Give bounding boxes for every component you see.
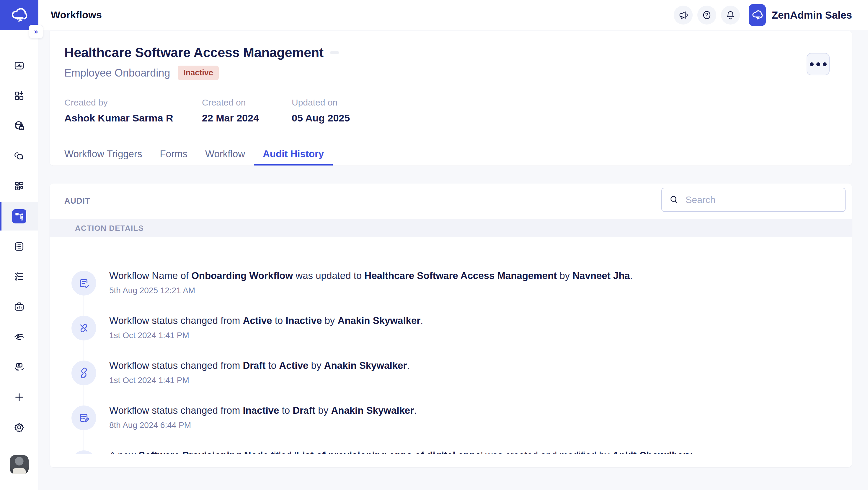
search-box[interactable] [661, 188, 845, 212]
meta-label: Created by [64, 97, 202, 108]
audit-entry-message: Workflow Name of Onboarding Workflow was… [109, 269, 852, 282]
money-transfer-icon [14, 362, 25, 372]
audit-entry: Workflow status changed from Active to I… [50, 314, 852, 359]
account-name[interactable]: ZenAdmin Sales [772, 9, 852, 21]
main-content: Healthcare Software Access Management Em… [38, 30, 868, 490]
meta-label: Created on [202, 97, 292, 108]
org-logo[interactable] [749, 4, 766, 26]
add-icon [14, 392, 25, 403]
audit-entry-message: Workflow status changed from Active to I… [109, 314, 852, 327]
workflows-active-chip [12, 209, 26, 224]
widgets-add-icon [14, 181, 25, 192]
sidebar-avatar-item[interactable] [0, 458, 38, 472]
sidebar-items [0, 30, 38, 488]
link-icon [71, 361, 96, 385]
apps-add-icon [14, 90, 25, 101]
sidebar: » [0, 0, 38, 490]
audit-entry: Workflow status changed from Draft to Ac… [50, 359, 852, 404]
workflow-subtitle: Employee Onboarding [64, 67, 170, 79]
note-check-icon [71, 451, 96, 454]
audit-entry-timestamp: 5th Aug 2025 12:21 AM [109, 286, 852, 295]
audit-entry-timestamp: 1st Oct 2024 1:41 PM [109, 376, 852, 385]
announcements-icon [678, 10, 688, 20]
announcements-button[interactable] [674, 6, 693, 25]
tab-workflow[interactable]: Workflow [196, 144, 254, 166]
sidebar-item-add[interactable] [0, 390, 38, 404]
briefcase-chart-icon [14, 301, 25, 312]
audit-card: AUDIT ACTION DETAILS Workflow Name of On… [50, 183, 852, 467]
note-edit-icon [71, 405, 96, 430]
audit-entry-message: Workflow status changed from Draft to Ac… [109, 359, 852, 372]
sidebar-item-payroll[interactable] [0, 360, 38, 374]
checklist-icon [14, 271, 25, 282]
handshake-icon [14, 332, 25, 342]
note-check-icon [71, 271, 96, 295]
sidebar-item-widgets[interactable] [0, 179, 38, 193]
status-badge: Inactive [178, 66, 219, 80]
tab-workflow-triggers[interactable]: Workflow Triggers [56, 144, 151, 166]
tab-forms[interactable]: Forms [151, 144, 196, 166]
audit-table-header: ACTION DETAILS [50, 219, 852, 237]
org-logo-cloud-icon [751, 8, 764, 22]
sidebar-item-apps[interactable] [0, 89, 38, 103]
notifications-button[interactable] [721, 6, 740, 25]
audit-entry-timestamp: 8th Aug 2024 6:44 PM [109, 421, 852, 430]
notifications-icon [725, 10, 736, 20]
workflow-meta: Created by Ashok Kumar Sarma R Created o… [64, 97, 350, 124]
search-icon [669, 195, 679, 205]
sidebar-item-browser[interactable] [0, 119, 38, 133]
audit-entry-message: Workflow status changed from Inactive to… [109, 404, 852, 417]
sidebar-item-workflows[interactable] [0, 202, 38, 231]
title-edit-placeholder [330, 51, 339, 54]
user-avatar [10, 455, 29, 474]
sidebar-expand-button[interactable]: » [29, 25, 43, 38]
audit-entry: Workflow status changed from Inactive to… [50, 404, 852, 449]
audit-timeline: Workflow Name of Onboarding Workflow was… [50, 237, 852, 454]
meta-value-updated-on: 05 Aug 2025 [292, 112, 350, 124]
more-options-button[interactable] [807, 53, 830, 75]
search-input[interactable] [686, 195, 838, 205]
activity-monitor-icon [14, 60, 25, 71]
page-title: Workflows [51, 9, 102, 21]
help-icon [702, 10, 712, 20]
link-broken-icon [71, 316, 96, 341]
audit-section-label: AUDIT [64, 197, 90, 206]
sidebar-item-portfolio[interactable] [0, 300, 38, 314]
audit-entry: Workflow Name of Onboarding Workflow was… [50, 269, 852, 314]
audit-entry: A new Software Provisioning Node titled … [50, 449, 852, 454]
audit-entry-timestamp: 1st Oct 2024 1:41 PM [109, 331, 852, 340]
meta-value-created-by: Ashok Kumar Sarma R [64, 112, 202, 124]
globe-device-icon [14, 121, 25, 131]
topbar: Workflows ZenAdmin Sales [38, 0, 868, 30]
sidebar-item-activity[interactable] [0, 59, 38, 73]
workflow-tabs: Workflow Triggers Forms Workflow Audit H… [56, 144, 333, 166]
meta-label: Updated on [292, 97, 350, 108]
settings-gear-icon [14, 422, 25, 433]
sidebar-item-deals[interactable] [0, 330, 38, 344]
workflow-title: Healthcare Software Access Management [64, 45, 323, 60]
workflow-header-card: Healthcare Software Access Management Em… [50, 31, 852, 166]
chat-icon [14, 151, 25, 161]
cloud-bolt-logo-icon [9, 5, 29, 25]
sidebar-item-chat[interactable] [0, 149, 38, 163]
workflows-icon [14, 211, 25, 222]
tab-audit-history[interactable]: Audit History [254, 144, 333, 166]
sidebar-item-tasks[interactable] [0, 269, 38, 284]
sidebar-item-settings[interactable] [0, 420, 38, 434]
report-list-icon [14, 241, 25, 252]
help-button[interactable] [698, 6, 716, 25]
audit-entry-message: A new Software Provisioning Node titled … [109, 449, 852, 454]
sidebar-item-reports[interactable] [0, 239, 38, 254]
meta-value-created-on: 22 Mar 2024 [202, 112, 292, 124]
